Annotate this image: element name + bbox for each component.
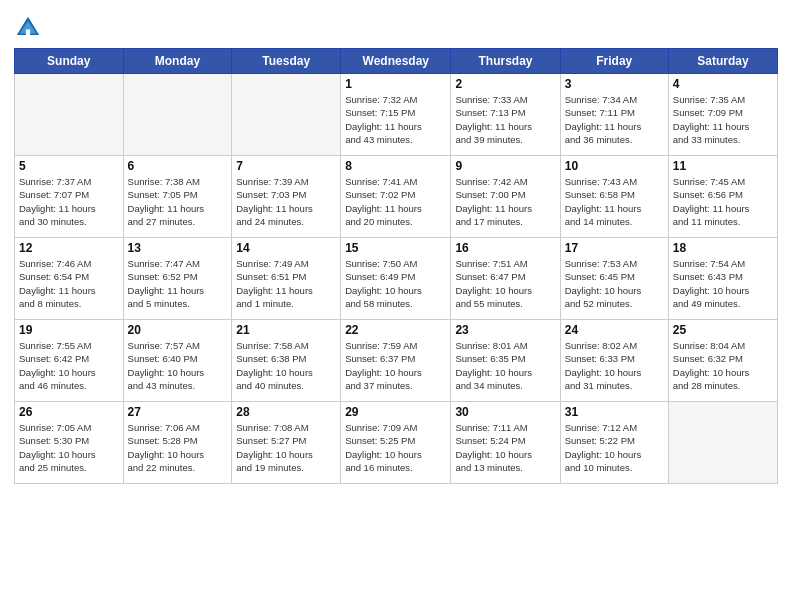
calendar-cell: 13Sunrise: 7:47 AM Sunset: 6:52 PM Dayli… [123,238,232,320]
day-info: Sunrise: 7:34 AM Sunset: 7:11 PM Dayligh… [565,93,664,146]
calendar-header-saturday: Saturday [668,49,777,74]
calendar-cell: 29Sunrise: 7:09 AM Sunset: 5:25 PM Dayli… [341,402,451,484]
day-info: Sunrise: 7:33 AM Sunset: 7:13 PM Dayligh… [455,93,555,146]
day-number: 3 [565,77,664,91]
header [14,10,778,42]
day-number: 6 [128,159,228,173]
page-container: SundayMondayTuesdayWednesdayThursdayFrid… [0,0,792,494]
calendar-cell: 11Sunrise: 7:45 AM Sunset: 6:56 PM Dayli… [668,156,777,238]
calendar-cell: 1Sunrise: 7:32 AM Sunset: 7:15 PM Daylig… [341,74,451,156]
calendar-cell: 19Sunrise: 7:55 AM Sunset: 6:42 PM Dayli… [15,320,124,402]
day-info: Sunrise: 7:46 AM Sunset: 6:54 PM Dayligh… [19,257,119,310]
calendar-cell: 5Sunrise: 7:37 AM Sunset: 7:07 PM Daylig… [15,156,124,238]
day-number: 19 [19,323,119,337]
day-info: Sunrise: 7:09 AM Sunset: 5:25 PM Dayligh… [345,421,446,474]
calendar-header-wednesday: Wednesday [341,49,451,74]
calendar-header-thursday: Thursday [451,49,560,74]
day-info: Sunrise: 7:39 AM Sunset: 7:03 PM Dayligh… [236,175,336,228]
day-number: 17 [565,241,664,255]
calendar-cell: 20Sunrise: 7:57 AM Sunset: 6:40 PM Dayli… [123,320,232,402]
day-info: Sunrise: 7:54 AM Sunset: 6:43 PM Dayligh… [673,257,773,310]
day-info: Sunrise: 7:51 AM Sunset: 6:47 PM Dayligh… [455,257,555,310]
calendar-cell [668,402,777,484]
calendar-cell: 8Sunrise: 7:41 AM Sunset: 7:02 PM Daylig… [341,156,451,238]
day-info: Sunrise: 7:59 AM Sunset: 6:37 PM Dayligh… [345,339,446,392]
calendar-header-tuesday: Tuesday [232,49,341,74]
calendar-cell: 2Sunrise: 7:33 AM Sunset: 7:13 PM Daylig… [451,74,560,156]
day-number: 20 [128,323,228,337]
day-number: 25 [673,323,773,337]
calendar-cell: 12Sunrise: 7:46 AM Sunset: 6:54 PM Dayli… [15,238,124,320]
day-info: Sunrise: 7:53 AM Sunset: 6:45 PM Dayligh… [565,257,664,310]
calendar-cell: 30Sunrise: 7:11 AM Sunset: 5:24 PM Dayli… [451,402,560,484]
day-number: 15 [345,241,446,255]
day-number: 9 [455,159,555,173]
day-number: 12 [19,241,119,255]
calendar-header-monday: Monday [123,49,232,74]
calendar-cell: 17Sunrise: 7:53 AM Sunset: 6:45 PM Dayli… [560,238,668,320]
day-number: 22 [345,323,446,337]
svg-rect-2 [26,29,30,35]
calendar-cell: 16Sunrise: 7:51 AM Sunset: 6:47 PM Dayli… [451,238,560,320]
day-info: Sunrise: 7:08 AM Sunset: 5:27 PM Dayligh… [236,421,336,474]
calendar-header-row: SundayMondayTuesdayWednesdayThursdayFrid… [15,49,778,74]
calendar-cell: 23Sunrise: 8:01 AM Sunset: 6:35 PM Dayli… [451,320,560,402]
calendar-cell [15,74,124,156]
day-number: 13 [128,241,228,255]
calendar-cell: 22Sunrise: 7:59 AM Sunset: 6:37 PM Dayli… [341,320,451,402]
day-number: 23 [455,323,555,337]
calendar-week-5: 26Sunrise: 7:05 AM Sunset: 5:30 PM Dayli… [15,402,778,484]
calendar-cell [232,74,341,156]
day-info: Sunrise: 7:12 AM Sunset: 5:22 PM Dayligh… [565,421,664,474]
day-info: Sunrise: 7:06 AM Sunset: 5:28 PM Dayligh… [128,421,228,474]
logo-icon [14,14,42,42]
calendar-cell: 6Sunrise: 7:38 AM Sunset: 7:05 PM Daylig… [123,156,232,238]
day-info: Sunrise: 8:04 AM Sunset: 6:32 PM Dayligh… [673,339,773,392]
day-number: 24 [565,323,664,337]
calendar-header-sunday: Sunday [15,49,124,74]
calendar-week-4: 19Sunrise: 7:55 AM Sunset: 6:42 PM Dayli… [15,320,778,402]
day-number: 4 [673,77,773,91]
calendar-cell: 28Sunrise: 7:08 AM Sunset: 5:27 PM Dayli… [232,402,341,484]
day-info: Sunrise: 7:37 AM Sunset: 7:07 PM Dayligh… [19,175,119,228]
day-info: Sunrise: 7:41 AM Sunset: 7:02 PM Dayligh… [345,175,446,228]
calendar-cell: 10Sunrise: 7:43 AM Sunset: 6:58 PM Dayli… [560,156,668,238]
day-number: 29 [345,405,446,419]
calendar-cell: 15Sunrise: 7:50 AM Sunset: 6:49 PM Dayli… [341,238,451,320]
calendar-cell: 31Sunrise: 7:12 AM Sunset: 5:22 PM Dayli… [560,402,668,484]
day-number: 30 [455,405,555,419]
day-number: 31 [565,405,664,419]
day-number: 27 [128,405,228,419]
day-info: Sunrise: 7:42 AM Sunset: 7:00 PM Dayligh… [455,175,555,228]
day-info: Sunrise: 7:55 AM Sunset: 6:42 PM Dayligh… [19,339,119,392]
day-number: 1 [345,77,446,91]
calendar-week-2: 5Sunrise: 7:37 AM Sunset: 7:07 PM Daylig… [15,156,778,238]
calendar: SundayMondayTuesdayWednesdayThursdayFrid… [14,48,778,484]
calendar-cell: 7Sunrise: 7:39 AM Sunset: 7:03 PM Daylig… [232,156,341,238]
day-number: 18 [673,241,773,255]
day-number: 8 [345,159,446,173]
day-info: Sunrise: 7:11 AM Sunset: 5:24 PM Dayligh… [455,421,555,474]
day-number: 2 [455,77,555,91]
day-info: Sunrise: 7:45 AM Sunset: 6:56 PM Dayligh… [673,175,773,228]
day-number: 5 [19,159,119,173]
day-info: Sunrise: 7:49 AM Sunset: 6:51 PM Dayligh… [236,257,336,310]
calendar-cell: 14Sunrise: 7:49 AM Sunset: 6:51 PM Dayli… [232,238,341,320]
day-info: Sunrise: 7:43 AM Sunset: 6:58 PM Dayligh… [565,175,664,228]
day-number: 10 [565,159,664,173]
day-number: 16 [455,241,555,255]
day-number: 7 [236,159,336,173]
day-info: Sunrise: 7:38 AM Sunset: 7:05 PM Dayligh… [128,175,228,228]
calendar-cell: 9Sunrise: 7:42 AM Sunset: 7:00 PM Daylig… [451,156,560,238]
logo [14,14,46,42]
day-number: 28 [236,405,336,419]
calendar-cell: 25Sunrise: 8:04 AM Sunset: 6:32 PM Dayli… [668,320,777,402]
day-number: 21 [236,323,336,337]
day-info: Sunrise: 7:57 AM Sunset: 6:40 PM Dayligh… [128,339,228,392]
calendar-cell: 4Sunrise: 7:35 AM Sunset: 7:09 PM Daylig… [668,74,777,156]
day-info: Sunrise: 7:32 AM Sunset: 7:15 PM Dayligh… [345,93,446,146]
day-number: 26 [19,405,119,419]
day-number: 11 [673,159,773,173]
calendar-cell [123,74,232,156]
calendar-cell: 3Sunrise: 7:34 AM Sunset: 7:11 PM Daylig… [560,74,668,156]
